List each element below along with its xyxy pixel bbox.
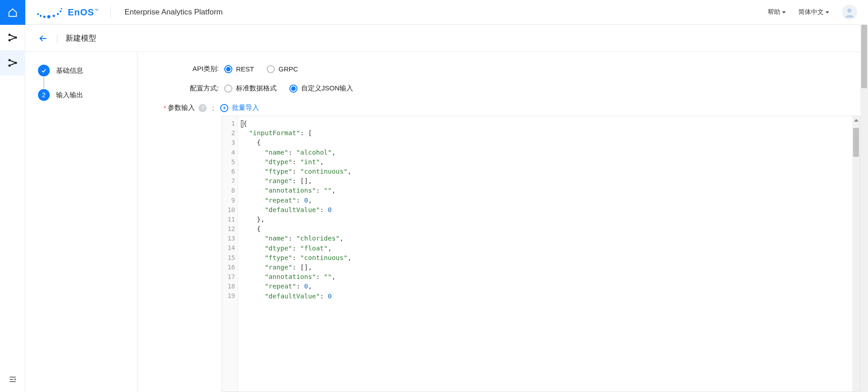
brand-logo: EnOS™ [35,7,99,18]
param-input-label: 参数输入 [168,104,195,112]
back-button[interactable] [38,33,49,44]
param-input-block: * 参数输入 ? : + 批量导入 1234567891011121314151… [137,104,860,392]
step-label: 基础信息 [56,66,83,75]
editor-scroll-thumb[interactable] [853,128,859,157]
nav-item-graph-1[interactable] [0,25,25,50]
brand-divider [110,7,111,18]
page-title: 新建模型 [66,33,96,43]
main-column: EnOS™ Enterprise Analytics Platform 帮助 简… [25,0,868,392]
api-radio-grpc[interactable]: GRPC [267,65,298,73]
svg-point-13 [52,14,55,17]
svg-point-16 [61,8,62,9]
page-scrollbar[interactable] [860,25,868,392]
json-editor[interactable]: 12345678910111213141516171819 { "inputFo… [222,116,860,392]
api-radio-rest[interactable]: REST [224,65,254,73]
config-radio-custom-json[interactable]: 自定义JSON输入 [289,84,353,93]
graph-icon [7,32,18,43]
nav-item-graph-2[interactable] [0,50,25,76]
svg-point-10 [40,15,42,17]
step-connector [43,77,44,88]
app-root: EnOS™ Enterprise Analytics Platform 帮助 简… [0,0,868,392]
language-label: 简体中文 [798,8,824,16]
svg-point-11 [43,15,45,18]
collapse-icon [8,375,17,384]
step-basic-info[interactable]: 基础信息 [38,65,137,76]
editor-code[interactable]: { "inputFormat": [ { "name": "alcohol", … [238,116,860,392]
step-label: 输入输出 [56,91,83,99]
topbar: EnOS™ Enterprise Analytics Platform 帮助 简… [25,0,868,25]
scroll-up-icon[interactable] [852,116,860,124]
editor-gutter: 12345678910111213141516171819 [222,116,238,392]
batch-import-button[interactable]: + 批量导入 [220,104,259,112]
colon: : [212,104,214,112]
brand-wordmark: EnOS™ [68,7,99,18]
param-input-header: * 参数输入 ? : + 批量导入 [164,104,860,112]
brand-mark-icon [35,6,63,19]
caret-down-icon [782,11,786,14]
radio-label: REST [236,65,254,73]
subhead-divider [57,34,57,43]
body: 基础信息 2 输入输出 API类别: REST [25,52,860,392]
svg-point-12 [47,15,51,19]
subheader: 新建模型 [25,25,860,52]
api-category-label: API类别: [165,65,219,73]
batch-import-label: 批量导入 [232,104,259,112]
step-number-icon: 2 [38,89,50,101]
home-icon [8,8,18,18]
radio-icon [267,65,275,73]
svg-point-15 [60,10,61,12]
arrow-left-icon [39,34,48,43]
row-config-mode: 配置方式: 标准数据格式 自定义JSON输入 [137,84,860,93]
step-done-icon [38,65,50,76]
graph-icon [7,57,18,68]
api-radio-group: REST GRPC [224,65,298,73]
form-area: API类别: REST GRPC 配置方式: [137,52,860,392]
radio-label: 标准数据格式 [236,84,277,93]
brand: EnOS™ Enterprise Analytics Platform [35,7,223,18]
language-menu[interactable]: 简体中文 [798,8,829,16]
plus-circle-icon: + [220,104,228,112]
help-icon[interactable]: ? [198,104,207,112]
radio-icon [224,85,232,93]
product-title: Enterprise Analytics Platform [124,8,222,17]
step-io[interactable]: 2 输入输出 [38,89,137,101]
check-icon [41,67,47,74]
config-radio-group: 标准数据格式 自定义JSON输入 [224,84,353,93]
radio-label: GRPC [278,65,298,73]
radio-icon [289,85,297,93]
avatar-icon [843,6,856,19]
left-rail [0,0,25,392]
help-menu[interactable]: 帮助 [768,8,786,16]
row-api-category: API类别: REST GRPC [137,65,860,73]
steps-sidebar: 基础信息 2 输入输出 [25,52,137,392]
user-avatar[interactable] [842,5,857,20]
required-icon: * [164,104,166,112]
svg-point-14 [57,13,59,15]
caret-down-icon [826,11,829,14]
config-mode-label: 配置方式: [165,84,219,93]
radio-label: 自定义JSON输入 [301,84,353,93]
home-button[interactable] [0,0,25,25]
help-label: 帮助 [768,8,780,16]
config-radio-standard[interactable]: 标准数据格式 [224,84,277,93]
radio-icon [224,65,232,73]
svg-point-17 [847,9,851,13]
svg-point-9 [37,13,39,15]
page-scroll-thumb[interactable] [861,25,867,88]
editor-scrollbar[interactable] [852,116,860,392]
collapse-button[interactable] [0,367,25,392]
